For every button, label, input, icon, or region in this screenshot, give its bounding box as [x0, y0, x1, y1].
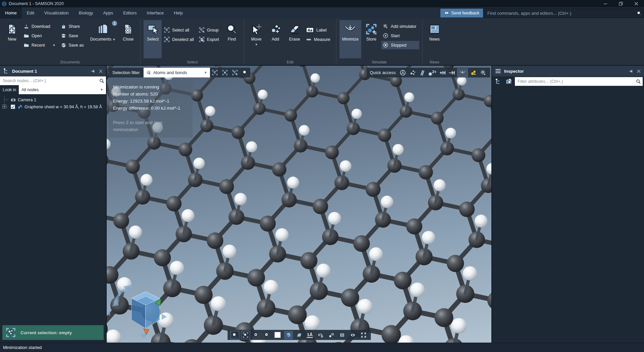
orientation-cube-button[interactable] [284, 331, 293, 339]
search-icon[interactable] [636, 79, 641, 84]
menu-home[interactable]: Home [0, 7, 22, 19]
zoom-in-icon [253, 332, 259, 338]
close-document-button[interactable]: Close [119, 20, 137, 58]
presets-gauge-icon[interactable] [399, 69, 406, 76]
current-selection-bar[interactable]: Current selection: empty [2, 325, 104, 340]
open-icon [23, 33, 29, 39]
erase-button[interactable]: Erase [285, 20, 304, 58]
find-icon [226, 23, 237, 35]
move-button[interactable]: Move ▼ [247, 20, 265, 58]
label-button[interactable]: AaLabel [305, 26, 333, 34]
visibility-checkbox[interactable] [10, 104, 15, 109]
download-button[interactable]: Download [22, 22, 58, 31]
fullscreen-button[interactable] [359, 331, 368, 339]
attribute-filter-input[interactable] [515, 79, 636, 84]
document-tree-icon [3, 68, 9, 74]
stopped-button[interactable]: Stopped [381, 41, 419, 49]
double-bond-icon[interactable] [419, 69, 426, 76]
command-search-input[interactable] [484, 11, 637, 16]
menu-biology[interactable]: Biology [74, 7, 98, 19]
label-icon: Aa [306, 27, 314, 33]
close-icon[interactable] [98, 69, 103, 74]
select-button[interactable]: Select [144, 20, 162, 58]
pin-icon[interactable] [91, 69, 96, 74]
document-panel-header: Document 1 [0, 66, 106, 76]
new-document-button[interactable]: New [3, 20, 21, 58]
viewport-settings-button[interactable] [327, 331, 336, 339]
minimize-quick-button[interactable] [457, 68, 468, 77]
inspect-documents-button[interactable] [504, 77, 514, 86]
visibility-button[interactable] [348, 331, 357, 339]
window-minimize-button[interactable] [598, 0, 613, 7]
zoom-region-button[interactable] [241, 331, 250, 339]
add-simulator-button[interactable]: Add simulator [381, 22, 419, 31]
inspect-tree-button[interactable] [493, 77, 503, 86]
presets-panel-button[interactable] [337, 331, 346, 339]
deselect-all-button[interactable] [220, 68, 230, 77]
close-icon[interactable] [636, 69, 641, 74]
window-close-button[interactable] [629, 0, 644, 7]
search-icon[interactable] [99, 78, 104, 83]
search-icon[interactable] [637, 11, 642, 16]
store-button[interactable]: Store [362, 20, 380, 58]
hamburger-icon[interactable] [495, 68, 501, 74]
send-feedback-button[interactable]: Send feedback [440, 9, 483, 17]
deselect-all-icon [222, 70, 228, 75]
zoom-selection-button[interactable] [230, 331, 239, 339]
measure-icon [306, 37, 312, 42]
deselect-all-icon [164, 37, 170, 42]
documents-button[interactable]: 1 Documents ▼ [88, 20, 118, 58]
background-color-button[interactable] [273, 331, 282, 339]
pin-icon[interactable] [629, 69, 634, 74]
scale-ruler-button[interactable]: 1Å [305, 331, 314, 339]
save-as-button[interactable]: Save as [59, 41, 87, 49]
selection-icon [6, 328, 16, 338]
recent-button[interactable]: Recent▼ [22, 41, 58, 49]
feedback-speech-icon [444, 11, 449, 16]
auto-bond-icon[interactable] [470, 69, 477, 76]
menu-visualization[interactable]: Visualization [39, 7, 74, 19]
save-button[interactable]: Save [59, 32, 87, 40]
remove-hydrogens-button[interactable]: −H [449, 70, 455, 75]
news-button[interactable]: News [426, 20, 444, 58]
selection-filter-dropdown[interactable]: Atoms and bonds ▼ [144, 68, 210, 77]
sphere-document-icon [328, 332, 334, 338]
find-button[interactable]: Find [223, 20, 241, 58]
tree-row-graphene[interactable]: Graphene sheet w = 30.94 Å, h = 19.58 Å [0, 103, 106, 110]
select-all-button[interactable]: Select all [163, 26, 197, 34]
open-button[interactable]: Open [22, 32, 58, 40]
group-button[interactable]: Group [198, 26, 222, 34]
node-search-input[interactable] [0, 78, 99, 83]
grid-button[interactable] [294, 331, 304, 339]
tree-row-camera[interactable]: Camera 1 [0, 96, 106, 103]
set-charge-button[interactable]: 2+ [429, 70, 437, 76]
add-hydrogens-button[interactable]: +H [439, 70, 445, 75]
find-button[interactable] [240, 68, 250, 77]
add-button[interactable]: Add [266, 20, 284, 58]
navigation-gizmo[interactable] [108, 278, 178, 341]
group-button[interactable] [230, 68, 240, 77]
window-restore-button[interactable] [613, 0, 629, 7]
snapshot-button[interactable] [316, 331, 325, 339]
menu-editors[interactable]: Editors [118, 7, 142, 19]
simulator-settings-icon[interactable] [480, 69, 487, 76]
measure-button[interactable]: Measure [305, 35, 333, 44]
chevron-down-icon: ▼ [112, 38, 115, 41]
export-button[interactable]: Export [198, 35, 222, 44]
minimization-hint: Press Z to start and stop minimization [113, 119, 188, 133]
menu-apps[interactable]: Apps [98, 7, 118, 19]
zoom-in-button[interactable] [252, 331, 261, 339]
select-all-button[interactable] [210, 68, 220, 77]
look-in-dropdown[interactable]: All nodes▼ [19, 85, 106, 94]
menu-help[interactable]: Help [169, 7, 188, 19]
menu-interface[interactable]: Interface [142, 7, 169, 19]
viewport-3d[interactable]: Selection filter Atoms and bonds ▼ Minim… [107, 66, 491, 343]
add-atoms-icon[interactable] [409, 69, 416, 76]
share-button[interactable]: Share [59, 22, 87, 31]
minimize-button[interactable]: Minimize [339, 20, 361, 58]
tree-expander-icon[interactable] [0, 103, 9, 110]
deselect-all-button[interactable]: Deselect all [163, 35, 197, 44]
start-button[interactable]: Start [381, 32, 419, 40]
zoom-out-button[interactable] [262, 331, 271, 339]
menu-edit[interactable]: Edit [22, 7, 39, 19]
